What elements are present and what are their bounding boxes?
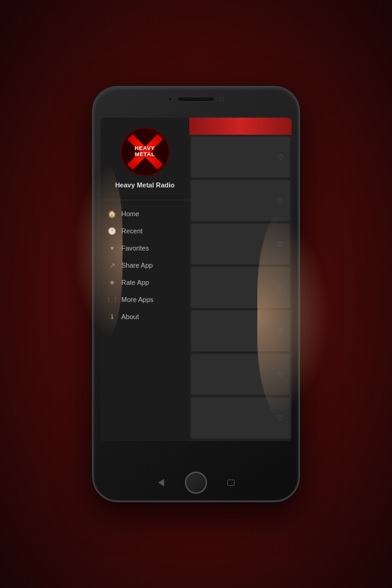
about-label: About: [121, 313, 139, 320]
rate-icon: ★: [108, 278, 116, 287]
home-button[interactable]: [185, 472, 207, 494]
screen: HEAVY METAL Heavy Metal Radio 🏠Home🕐Rece…: [100, 118, 292, 441]
phone-container: HEAVY METAL Heavy Metal Radio 🏠Home🕐Rece…: [92, 86, 300, 502]
app-logo: HEAVY METAL: [121, 127, 170, 176]
more-icon: ⋮⋮: [108, 295, 116, 304]
main-content: ♡♡♡♡♡♡♡: [189, 118, 292, 441]
station-item-7[interactable]: ♡: [191, 398, 290, 439]
rate-label: Rate App: [121, 279, 149, 286]
station-item-2[interactable]: ♡: [191, 180, 290, 222]
home-label: Home: [121, 210, 139, 217]
more-label: More Apps: [121, 296, 154, 303]
recents-button[interactable]: [225, 478, 236, 487]
favorite-heart-icon[interactable]: ♡: [277, 153, 284, 162]
phone-top-bar: [168, 97, 224, 102]
share-label: Share App: [121, 262, 153, 269]
sidebar-item-recent[interactable]: 🕐Recent: [100, 222, 189, 239]
phone-bottom-bar: [135, 472, 257, 494]
recent-label: Recent: [121, 227, 143, 235]
share-icon: ↗: [108, 261, 116, 270]
camera-dot-right: [219, 97, 224, 102]
favorites-label: Favorites: [121, 244, 149, 252]
sidebar-item-share[interactable]: ↗Share App: [100, 257, 189, 274]
sidebar-item-rate[interactable]: ★Rate App: [100, 274, 189, 291]
favorite-heart-icon[interactable]: ♡: [277, 414, 284, 423]
home-icon: 🏠: [108, 209, 116, 218]
back-button[interactable]: [156, 478, 167, 487]
camera-dot-left: [168, 97, 173, 102]
about-icon: ℹ: [108, 312, 116, 321]
station-item-1[interactable]: ♡: [191, 137, 290, 178]
sidebar-item-more[interactable]: ⋮⋮More Apps: [100, 291, 189, 308]
favorite-heart-icon[interactable]: ♡: [277, 197, 284, 205]
favorite-heart-icon[interactable]: ♡: [277, 240, 284, 249]
station-item-6[interactable]: ♡: [191, 354, 290, 396]
sidebar-logo-area: HEAVY METAL Heavy Metal Radio: [100, 118, 189, 200]
app-title: Heavy Metal Radio: [115, 181, 175, 189]
station-list: ♡♡♡♡♡♡♡: [189, 135, 292, 441]
station-item-5[interactable]: ♡: [191, 311, 290, 352]
top-red-bar: [189, 118, 292, 135]
sidebar-item-about[interactable]: ℹAbout: [100, 308, 189, 325]
favorites-icon: ♥: [108, 244, 116, 252]
sidebar-item-favorites[interactable]: ♥Favorites: [100, 239, 189, 257]
sidebar-item-home[interactable]: 🏠Home: [100, 205, 189, 222]
favorite-heart-icon[interactable]: ♡: [277, 284, 284, 292]
station-item-3[interactable]: ♡: [191, 224, 290, 265]
logo-line2: METAL: [135, 152, 155, 158]
favorite-heart-icon[interactable]: ♡: [277, 371, 284, 379]
recent-icon: 🕐: [108, 227, 116, 235]
favorite-heart-icon[interactable]: ♡: [277, 327, 284, 336]
sidebar: HEAVY METAL Heavy Metal Radio 🏠Home🕐Rece…: [100, 118, 189, 441]
speaker-grille: [178, 97, 214, 102]
sidebar-menu: 🏠Home🕐Recent♥Favorites↗Share App★Rate Ap…: [100, 200, 189, 441]
logo-text: HEAVY METAL: [135, 146, 155, 158]
station-item-4[interactable]: ♡: [191, 267, 290, 309]
